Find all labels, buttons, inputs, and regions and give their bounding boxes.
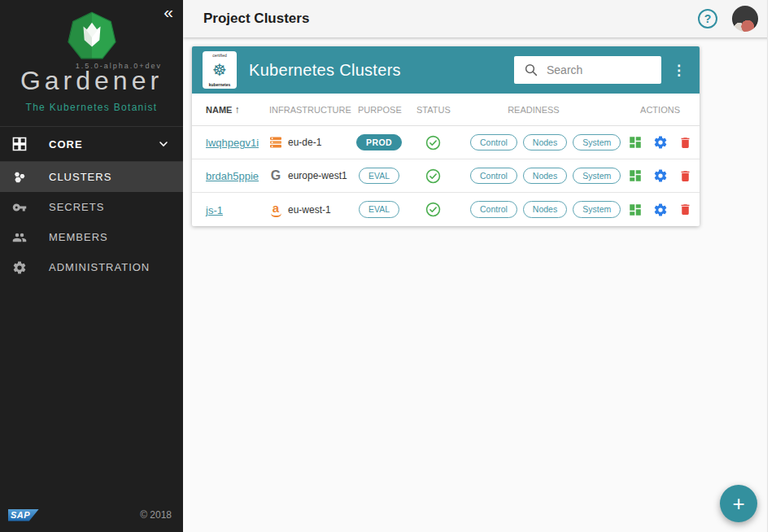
kubernetes-wheel-icon: ☸ bbox=[212, 62, 227, 78]
gear-icon bbox=[653, 203, 668, 217]
purpose-chip: EVAL bbox=[359, 168, 399, 185]
cluster-name-link[interactable]: brdah5ppie bbox=[206, 170, 259, 182]
topbar-actions: ? bbox=[698, 6, 776, 32]
gardener-logo bbox=[67, 11, 117, 62]
status-ok-icon bbox=[425, 168, 441, 184]
table-row: js-1 a eu-west-1 EVAL Control Nod bbox=[192, 193, 700, 226]
sidebar-item-label: CLUSTERS bbox=[49, 171, 111, 183]
add-cluster-button[interactable]: + bbox=[720, 485, 757, 522]
readiness-chip-nodes[interactable]: Nodes bbox=[523, 201, 567, 218]
trash-icon bbox=[678, 136, 692, 150]
gear-icon bbox=[653, 168, 668, 183]
configure-button[interactable] bbox=[653, 168, 668, 183]
delete-button[interactable] bbox=[678, 136, 692, 150]
dashboard-button[interactable] bbox=[628, 135, 643, 150]
status-ok-icon bbox=[425, 135, 441, 150]
sidebar-item-clusters[interactable]: CLUSTERS bbox=[0, 162, 183, 192]
region-label: eu-west-1 bbox=[288, 204, 331, 216]
readiness-chip-system[interactable]: System bbox=[573, 134, 621, 151]
readiness-chip-control[interactable]: Control bbox=[470, 134, 517, 151]
trash-icon bbox=[678, 169, 692, 183]
app-title: Gardener bbox=[0, 66, 183, 96]
badge-certified-label: certified bbox=[212, 53, 227, 58]
gear-icon bbox=[12, 260, 27, 275]
region-label: europe-west1 bbox=[288, 170, 347, 181]
sidebar: « 1.5.0-alpha.0+dev Gardener The Kuberne… bbox=[0, 0, 183, 532]
column-header-name[interactable]: NAME ↑ bbox=[192, 104, 269, 116]
readiness-chip-control[interactable]: Control bbox=[470, 168, 517, 185]
column-label: ACTIONS bbox=[640, 105, 680, 115]
column-label: READINESS bbox=[508, 105, 560, 115]
sidebar-item-secrets[interactable]: SECRETS bbox=[0, 192, 183, 222]
page-title: Project Clusters bbox=[183, 11, 309, 27]
search-input[interactable] bbox=[547, 63, 655, 76]
readiness-chip-nodes[interactable]: Nodes bbox=[523, 134, 567, 151]
cluster-name-link[interactable]: js-1 bbox=[206, 204, 223, 216]
copyright: © 2018 bbox=[140, 509, 172, 521]
sidebar-nav: CORE CLUSTERS SECRETS MEMBERS bbox=[0, 126, 183, 282]
readiness-chip-system[interactable]: System bbox=[573, 201, 621, 218]
main-content: certified ☸ kubernetes Kubernetes Cluste… bbox=[183, 37, 776, 532]
search-icon bbox=[524, 63, 538, 77]
chevron-down-icon bbox=[157, 137, 170, 150]
column-label: PURPOSE bbox=[358, 105, 402, 115]
gear-icon bbox=[653, 135, 668, 150]
column-header-actions: ACTIONS bbox=[608, 105, 700, 115]
openstack-icon bbox=[269, 136, 282, 149]
status-ok-icon bbox=[425, 202, 441, 217]
table-row: lwqhpegv1i eu-de-1 PROD bbox=[192, 126, 700, 159]
readiness-chip-nodes[interactable]: Nodes bbox=[523, 168, 567, 185]
clusters-card: certified ☸ kubernetes Kubernetes Cluste… bbox=[192, 46, 700, 226]
configure-button[interactable] bbox=[653, 203, 668, 217]
gcp-icon: G bbox=[269, 168, 282, 183]
purpose-chip: PROD bbox=[356, 134, 402, 151]
sidebar-item-administration[interactable]: ADMINISTRATION bbox=[0, 252, 183, 282]
readiness-chip-control[interactable]: Control bbox=[470, 201, 517, 218]
aws-icon: a bbox=[269, 203, 282, 217]
column-header-readiness[interactable]: READINESS bbox=[459, 105, 608, 115]
sort-arrow-icon: ↑ bbox=[234, 104, 239, 116]
trash-icon bbox=[678, 203, 692, 216]
sidebar-item-label: ADMINISTRATION bbox=[49, 261, 150, 273]
nav-section-core[interactable]: CORE bbox=[0, 126, 183, 162]
scrollbar[interactable] bbox=[767, 0, 776, 532]
column-header-infrastructure[interactable]: INFRASTRUCTURE bbox=[269, 105, 351, 115]
dashboard-icon bbox=[628, 135, 643, 150]
sap-logo: SAP bbox=[8, 509, 39, 521]
dashboard-icon bbox=[628, 168, 643, 183]
avatar[interactable] bbox=[732, 6, 758, 32]
dashboard-button[interactable] bbox=[628, 203, 643, 217]
purpose-chip: EVAL bbox=[359, 201, 399, 218]
app-subtitle: The Kubernetes Botanist bbox=[0, 102, 183, 113]
clusters-card-header: certified ☸ kubernetes Kubernetes Cluste… bbox=[192, 46, 700, 94]
key-icon bbox=[12, 200, 27, 215]
delete-button[interactable] bbox=[678, 203, 692, 216]
sidebar-item-members[interactable]: MEMBERS bbox=[0, 222, 183, 252]
readiness-chip-system[interactable]: System bbox=[573, 168, 621, 185]
kebab-menu-icon[interactable]: ⋮ bbox=[672, 63, 686, 77]
configure-button[interactable] bbox=[653, 135, 668, 150]
dashboard-button[interactable] bbox=[628, 168, 643, 183]
column-label: INFRASTRUCTURE bbox=[269, 105, 351, 115]
dashboard-icon bbox=[628, 203, 643, 217]
region-label: eu-de-1 bbox=[288, 137, 321, 148]
help-icon[interactable]: ? bbox=[698, 9, 717, 28]
table-header: NAME ↑ INFRASTRUCTURE PURPOSE STATUS REA… bbox=[192, 94, 700, 126]
delete-button[interactable] bbox=[678, 169, 692, 183]
nav-section-label: CORE bbox=[49, 138, 83, 150]
topbar: Project Clusters ? bbox=[183, 0, 776, 37]
table-row: brdah5ppie G europe-west1 EVAL Control N… bbox=[192, 159, 700, 193]
cluster-name-link[interactable]: lwqhpegv1i bbox=[206, 137, 259, 149]
column-header-purpose[interactable]: PURPOSE bbox=[351, 105, 408, 115]
badge-kubernetes-label: kubernetes bbox=[209, 82, 231, 87]
aws-glyph: a bbox=[269, 203, 282, 213]
help-glyph: ? bbox=[704, 12, 712, 25]
people-icon bbox=[12, 230, 27, 245]
search-box bbox=[514, 56, 661, 84]
plus-icon: + bbox=[732, 491, 744, 517]
sidebar-item-label: SECRETS bbox=[49, 201, 104, 213]
column-label: NAME bbox=[206, 105, 232, 115]
column-header-status[interactable]: STATUS bbox=[408, 105, 459, 115]
sidebar-collapse-icon[interactable]: « bbox=[163, 3, 173, 20]
sidebar-item-label: MEMBERS bbox=[49, 231, 108, 243]
